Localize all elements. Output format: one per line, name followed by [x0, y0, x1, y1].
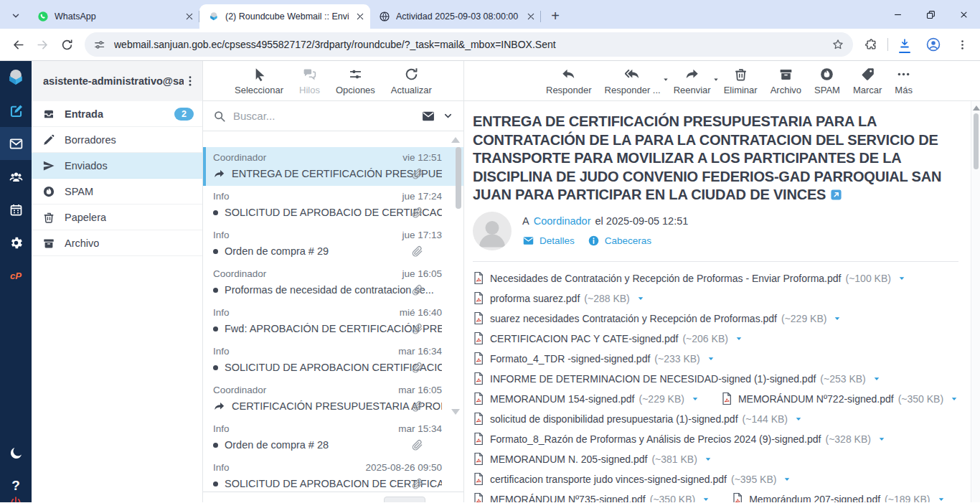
close-button[interactable]	[947, 0, 980, 29]
message-scrollbar[interactable]	[971, 101, 980, 502]
message-toolbar-más[interactable]: Más	[890, 67, 917, 95]
message-toolbar-archivo[interactable]: Archivo	[766, 67, 806, 95]
list-toolbar-hilos[interactable]: Hilos	[295, 67, 324, 95]
account-menu-icon[interactable]	[184, 75, 197, 88]
attachment-menu-caret-icon[interactable]	[735, 334, 743, 343]
sidebar-folder-entrada[interactable]: Entrada2	[32, 101, 202, 127]
message-toolbar-marcar[interactable]: Marcar	[849, 67, 886, 95]
attachment-item[interactable]: Formato_8_Razón de Proformas y Análisis …	[473, 432, 886, 446]
attachment-menu-caret-icon[interactable]	[636, 294, 645, 303]
sidebar-folder-enviados[interactable]: Enviados	[32, 153, 202, 179]
browser-tab[interactable]: (2) Roundcube Webmail :: Envia	[199, 4, 370, 29]
site-info-icon[interactable]	[93, 39, 105, 51]
tab-close-icon[interactable]	[184, 11, 195, 22]
dropdown-caret-icon[interactable]	[662, 76, 669, 83]
browser-menu-button[interactable]	[950, 32, 974, 57]
back-button[interactable]	[6, 32, 30, 57]
message-list-row[interactable]: Coordinadorvie 12:51ENTREGA DE CERTIFICA…	[203, 147, 463, 186]
search-bar[interactable]: Buscar...	[203, 101, 463, 131]
list-scroll-up-arrow[interactable]	[451, 137, 460, 143]
attachment-name[interactable]: Necesidades de Contratación y Recepción …	[490, 273, 841, 284]
message-list-row[interactable]: Infojue 17:24SOLICITUD DE APROBACIO DE C…	[203, 186, 463, 225]
scroll-up-arrow[interactable]	[973, 105, 980, 111]
message-list-row[interactable]: Solicitud de aprobación de los documento…	[203, 131, 463, 147]
attachment-menu-caret-icon[interactable]	[877, 435, 886, 443]
message-toolbar-spam[interactable]: SPAM	[810, 67, 844, 95]
attachment-name[interactable]: Memorándum 207-signed.pdf	[749, 494, 880, 503]
list-toolbar-opciones[interactable]: Opciones	[331, 67, 380, 95]
sidebar-folder-papelera[interactable]: Papelera	[32, 205, 202, 230]
attachment-item[interactable]: CERTIFICACION PAC Y CATE-signed.pdf(~206…	[473, 332, 743, 345]
browser-tab[interactable]: Actividad 2025-09-03 08:00:00	[370, 4, 541, 29]
message-toolbar-reenviar[interactable]: Reenviar	[669, 67, 715, 95]
search-options-chevron-icon[interactable]	[443, 111, 453, 121]
attachment-name[interactable]: MEMORANDUM 154-signed.pdf	[490, 393, 635, 405]
attachment-name[interactable]: solicitud de disponibilidad presupuestar…	[490, 413, 738, 425]
rail-cpanel-button[interactable]: cP	[0, 259, 32, 292]
attachment-name[interactable]: MEMORÁNDUM Nº722-signed.pdf	[738, 393, 894, 405]
minimize-button[interactable]	[881, 0, 914, 29]
tab-close-icon[interactable]	[525, 11, 537, 22]
new-tab-button[interactable]: +	[545, 6, 565, 26]
message-list-row[interactable]: Coordinadormar 16:05CERTIFICACIÓN PRESUP…	[203, 380, 463, 418]
attachment-item[interactable]: solicitud de disponibilidad presupuestar…	[473, 412, 803, 426]
recipient-link[interactable]: Coordinador	[534, 215, 591, 227]
attachment-menu-caret-icon[interactable]	[937, 495, 946, 503]
attachment-name[interactable]: CERTIFICACION PAC Y CATE-signed.pdf	[490, 333, 678, 344]
attachment-name[interactable]: INFORME DE DETERMINACION DE NECESIDAD-si…	[490, 373, 816, 385]
attachment-item[interactable]: certificacion transporte judo vinces-sig…	[473, 472, 791, 486]
attachment-name[interactable]: MEMORÁNDUM Nº735-signed.pdf	[490, 494, 646, 503]
attachment-menu-caret-icon[interactable]	[950, 395, 958, 403]
attachment-name[interactable]: MEMORANDUM N. 205-signed.pdf	[490, 453, 647, 465]
browser-tab[interactable]: WhatsApp	[29, 4, 199, 29]
rail-calendar-button[interactable]	[0, 193, 32, 226]
search-scope-icon[interactable]	[421, 109, 435, 123]
message-list-row[interactable]: Infomar 16:34SOLICITUD DE APROBACION CER…	[203, 341, 463, 380]
attachment-item[interactable]: Memorándum 207-signed.pdf(~189 KB)	[732, 492, 945, 502]
attachment-menu-caret-icon[interactable]	[833, 314, 842, 323]
attachment-item[interactable]: MEMORANDUM N. 205-signed.pdf(~381 KB)	[473, 452, 712, 466]
list-toolbar-seleccionar[interactable]: Seleccionar	[230, 67, 288, 95]
attachment-name[interactable]: suarez necesidades Contratación y Recepc…	[490, 313, 777, 324]
list-scrollbar-thumb[interactable]	[456, 147, 461, 209]
attachment-menu-caret-icon[interactable]	[702, 495, 710, 503]
attachment-menu-caret-icon[interactable]	[783, 475, 791, 484]
sidebar-folder-spam[interactable]: SPAM	[32, 179, 202, 205]
message-list-row[interactable]: Coordinadorjue 16:05Proformas de necesid…	[203, 263, 463, 302]
attachment-menu-caret-icon[interactable]	[707, 354, 715, 363]
attachment-name[interactable]: Formato_4_TDR -signed-signed.pdf	[490, 353, 650, 365]
scrollbar-thumb[interactable]	[974, 113, 979, 169]
message-list-row[interactable]: Infojue 17:13Orden de compra # 29	[203, 225, 463, 263]
sidebar-folder-borradores[interactable]: Borradores	[32, 127, 202, 153]
rail-contacts-button[interactable]	[0, 160, 32, 193]
attachment-name[interactable]: certificacion transporte judo vinces-sig…	[490, 474, 727, 485]
detalles-link[interactable]: Detalles	[522, 235, 575, 247]
attachment-name[interactable]: proforma suarez.pdf	[490, 293, 580, 304]
sidebar-folder-archivo[interactable]: Archivo	[32, 230, 202, 256]
tab-search-button[interactable]	[6, 6, 26, 26]
external-link-icon[interactable]	[830, 189, 842, 201]
attachment-item[interactable]: Formato_4_TDR -signed-signed.pdf(~233 KB…	[473, 352, 715, 365]
attachment-item[interactable]: suarez necesidades Contratación y Recepc…	[473, 311, 842, 325]
restore-button[interactable]	[914, 0, 947, 29]
logout-power-icon[interactable]	[9, 496, 22, 502]
reload-button[interactable]	[55, 32, 79, 57]
list-scroll-down-arrow[interactable]	[451, 409, 460, 415]
attachment-menu-caret-icon[interactable]	[704, 455, 712, 464]
dropdown-caret-icon[interactable]	[712, 76, 720, 83]
forward-button[interactable]	[30, 32, 55, 57]
attachment-menu-caret-icon[interactable]	[691, 395, 699, 403]
search-input[interactable]: Buscar...	[233, 110, 414, 122]
message-list-row[interactable]: Info2025-08-26 09:50SOLICITUD DE APROBAC…	[203, 457, 463, 492]
attachment-item[interactable]: INFORME DE DETERMINACION DE NECESIDAD-si…	[473, 372, 881, 385]
extensions-button[interactable]	[859, 32, 883, 57]
list-toolbar-actualizar[interactable]: Actualizar	[387, 67, 436, 95]
profile-button[interactable]	[921, 32, 946, 57]
rail-mail-button[interactable]	[0, 127, 32, 160]
rail-compose-button[interactable]	[0, 94, 32, 127]
message-list-row[interactable]: Infomar 15:34Orden de compra # 28	[203, 418, 463, 457]
message-list-row[interactable]: Infomié 16:40Fwd: APROBACIÓN DE CERTIFIC…	[203, 302, 463, 341]
address-bar[interactable]: webmail.sanjuan.gob.ec/cpsess4955827172/…	[85, 32, 853, 57]
attachment-item[interactable]: proforma suarez.pdf(~288 KB)	[473, 291, 645, 305]
attachment-item[interactable]: Necesidades de Contratación y Recepción …	[473, 271, 906, 285]
